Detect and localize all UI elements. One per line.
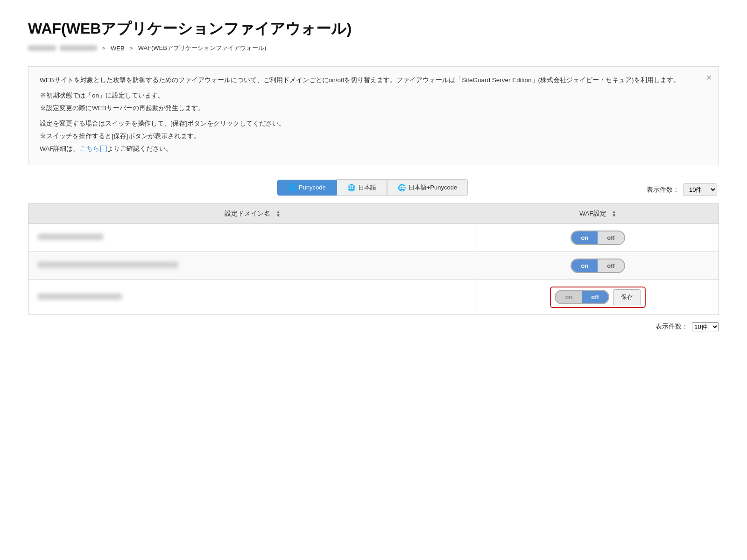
tab-japanese[interactable]: 🌐 日本語 [337, 179, 387, 196]
display-count-select-bottom[interactable]: 10件 20件 50件 100件 [692, 322, 719, 331]
waf-cell-3: on off 保存 [477, 280, 719, 315]
waf-cell-2: on off [477, 252, 719, 280]
tab-japanese-label: 日本語 [358, 183, 376, 192]
sort-icon-waf[interactable]: ▲ ▼ [612, 210, 616, 217]
info-line6: WAF詳細は、こちらよりご確認ください。 [40, 144, 707, 154]
sort-icon-domain[interactable]: ▲ ▼ [276, 210, 281, 217]
globe-icon-2: 🌐 [347, 184, 355, 191]
info-line5: ※スイッチを操作すると[保存]ボタンが表示されます。 [40, 131, 707, 142]
domain-value-2 [38, 262, 178, 268]
breadcrumb: ＞ WEB ＞ WAF(WEBアプリケーションファイアウォール) [28, 44, 719, 52]
external-link-icon [100, 146, 107, 152]
display-count-bottom: 表示件数： 10件 20件 50件 100件 [28, 322, 719, 331]
globe-icon-3: 🌐 [398, 184, 406, 191]
breadcrumb-web: WEB [111, 45, 125, 52]
waf-detail-link[interactable]: こちら [80, 145, 99, 152]
table-header-row: 設定ドメイン名 ▲ ▼ WAF設定 ▲ ▼ [28, 203, 719, 224]
breadcrumb-separator: ＞ [101, 44, 107, 52]
domain-value-3 [38, 294, 122, 300]
info-line3: ※設定変更の際にWEBサーバーの再起動が発生します。 [40, 103, 707, 114]
info-line4: 設定を変更する場合はスイッチを操作して、[保存]ボタンをクリックしてください。 [40, 119, 707, 129]
highlight-wrapper: on off 保存 [550, 287, 646, 308]
table-row: on off 保存 [28, 280, 719, 315]
waf-cell-1: on off [477, 224, 719, 252]
save-button[interactable]: 保存 [613, 289, 641, 305]
tab-punycode[interactable]: 🌐 Punycode [277, 180, 337, 196]
toggle-on-3[interactable]: on [556, 291, 582, 303]
toggle-on-2[interactable]: on [571, 259, 598, 272]
toggle-on-1[interactable]: on [571, 231, 598, 244]
tab-punycode-label: Punycode [299, 184, 326, 191]
breadcrumb-separator2: ＞ [128, 44, 134, 52]
toggle-group-2: on off [571, 259, 625, 273]
domain-cell-1 [28, 224, 477, 252]
toggle-switch-1[interactable]: on off [571, 231, 625, 245]
top-controls: 🌐 Punycode 🌐 日本語 🌐 日本語+Punycode 表示件数： 10… [28, 179, 719, 201]
col-waf-label: WAF設定 [579, 210, 606, 217]
info-box: ✕ WEBサイトを対象とした攻撃を防御するためのファイアウォールについて、ご利用… [28, 66, 719, 165]
toggle-off-1[interactable]: off [598, 231, 624, 244]
col-header-waf: WAF設定 ▲ ▼ [477, 203, 719, 224]
info-line6-prefix: WAF詳細は、 [40, 145, 80, 152]
domain-value-1 [38, 234, 103, 240]
display-count-label-top: 表示件数： [647, 186, 679, 194]
breadcrumb-current: WAF(WEBアプリケーションファイアウォール) [138, 44, 267, 52]
toggle-off-2[interactable]: off [598, 259, 624, 272]
breadcrumb-item-1 [28, 45, 56, 51]
toggle-switch-2[interactable]: on off [571, 259, 625, 273]
display-count-label-bottom: 表示件数： [655, 322, 688, 331]
table-row: on off [28, 252, 719, 280]
toggle-switch-3[interactable]: on off [555, 290, 609, 304]
col-domain-label: 設定ドメイン名 [225, 210, 270, 217]
domain-cell-3 [28, 280, 477, 315]
globe-icon-1: 🌐 [288, 184, 296, 191]
domain-cell-2 [28, 252, 477, 280]
waf-table: 設定ドメイン名 ▲ ▼ WAF設定 ▲ ▼ [28, 203, 719, 315]
tab-japanese-punycode-label: 日本語+Punycode [409, 183, 457, 192]
breadcrumb-item-2 [60, 45, 97, 51]
close-button[interactable]: ✕ [706, 71, 712, 84]
page-title: WAF(WEBアプリケーションファイアウォール) [28, 19, 719, 39]
col-header-domain: 設定ドメイン名 ▲ ▼ [28, 203, 477, 224]
tab-group: 🌐 Punycode 🌐 日本語 🌐 日本語+Punycode [277, 179, 468, 196]
display-count-top: 表示件数： 10件 20件 50件 100件 [468, 183, 719, 196]
tab-japanese-punycode[interactable]: 🌐 日本語+Punycode [387, 179, 468, 196]
info-line1: WEBサイトを対象とした攻撃を防御するためのファイアウォールについて、ご利用ドメ… [40, 75, 707, 86]
display-count-select-top[interactable]: 10件 20件 50件 100件 [683, 183, 717, 196]
info-line2: ※初期状態では「on」に設定しています。 [40, 91, 707, 101]
toggle-group-1: on off [571, 231, 625, 245]
table-row: on off [28, 224, 719, 252]
toggle-off-3[interactable]: off [582, 291, 608, 303]
info-line6-suffix: よりご確認ください。 [107, 145, 172, 152]
